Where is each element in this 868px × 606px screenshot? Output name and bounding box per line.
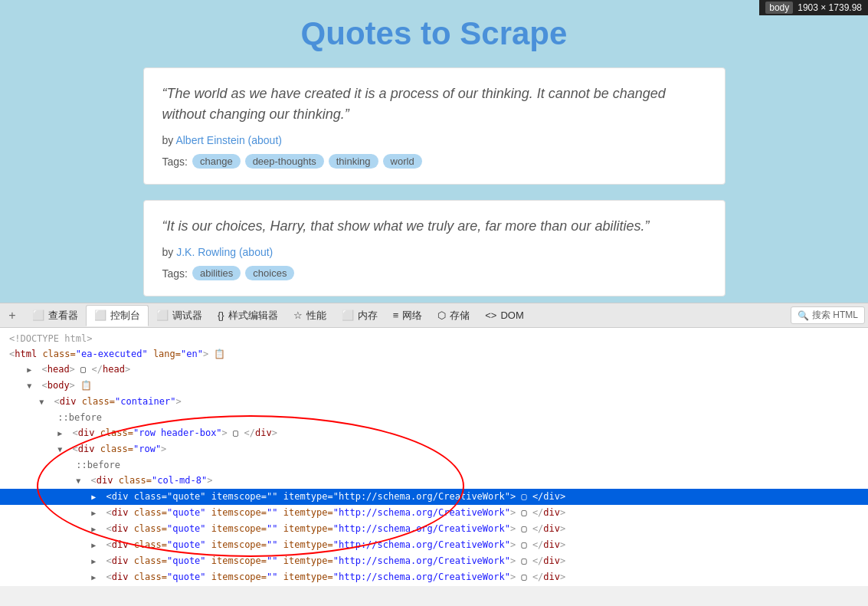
debugger-icon: ⬜ xyxy=(156,310,169,321)
element-label: body xyxy=(765,2,793,14)
storage-icon: ⬡ xyxy=(437,310,446,321)
html-line-quote-6[interactable]: ▶ <div class="quote" itemscope="" itemty… xyxy=(0,569,868,585)
quotes-area: “The world as we have created it is a pr… xyxy=(143,67,726,296)
html-line-quote-4[interactable]: ▶ <div class="quote" itemscope="" itemty… xyxy=(0,537,868,553)
html-line-quote-3[interactable]: ▶ <div class="quote" itemscope="" itemty… xyxy=(0,521,868,537)
tag-world[interactable]: world xyxy=(383,154,422,169)
devtools-panel: + ⬜ 查看器 ⬜ 控制台 ⬜ 调试器 {} 样式编辑器 ☆ 性能 ⬜ 内存 ≡… xyxy=(0,303,868,606)
devtools-tab-debugger[interactable]: ⬜ 调试器 xyxy=(149,306,210,326)
quote-card-2: “It is our choices, Harry, that show wha… xyxy=(143,200,726,296)
search-icon: 🔍 xyxy=(798,310,809,321)
tags-label-1: Tags: xyxy=(162,156,188,168)
tab-style-editor-label: 样式编辑器 xyxy=(228,309,278,323)
devtools-html-content: <!DOCTYPE html> <html class="ea-executed… xyxy=(0,328,868,586)
html-line-quote-2[interactable]: ▶ <div class="quote" itemscope="" itemty… xyxy=(0,505,868,521)
tab-network-label: 网络 xyxy=(402,309,422,323)
style-editor-icon: {} xyxy=(218,310,224,321)
network-icon: ≡ xyxy=(393,310,399,321)
quote-author-line-2: by J.K. Rowling (about) xyxy=(162,246,706,258)
html-line-doctype[interactable]: <!DOCTYPE html> xyxy=(0,331,868,346)
html-line-html[interactable]: <html class="ea-executed" lang="en"> 📋 xyxy=(0,346,868,362)
html-line-head[interactable]: ▶ <head> ▢ </head> xyxy=(0,362,868,378)
tab-inspector-label: 查看器 xyxy=(48,309,78,323)
tags-label-2: Tags: xyxy=(162,267,188,280)
tab-console-label: 控制台 xyxy=(110,309,140,323)
devtools-tab-network[interactable]: ≡ 网络 xyxy=(385,306,431,326)
quote-author-link-1[interactable]: Albert Einstein xyxy=(175,134,244,146)
quote-text-2: “It is our choices, Harry, that show wha… xyxy=(162,216,706,237)
performance-icon: ☆ xyxy=(293,310,303,321)
devtools-search[interactable]: 🔍 搜索 HTML xyxy=(791,306,865,324)
quote-author-link-2[interactable]: J.K. Rowling xyxy=(176,246,236,258)
tab-dom-label: DOM xyxy=(500,310,523,321)
tag-abilities[interactable]: abilities xyxy=(192,266,241,280)
tag-thinking[interactable]: thinking xyxy=(329,154,378,169)
html-line-row[interactable]: ▼ <div class="row"> xyxy=(0,441,868,457)
html-line-before-1[interactable]: ::before xyxy=(0,410,868,425)
devtools-tabs: + ⬜ 查看器 ⬜ 控制台 ⬜ 调试器 {} 样式编辑器 ☆ 性能 ⬜ 内存 ≡… xyxy=(0,303,868,328)
devtools-tab-console[interactable]: ⬜ 控制台 xyxy=(86,305,149,326)
html-line-quote-5[interactable]: ▶ <div class="quote" itemscope="" itemty… xyxy=(0,553,868,569)
page-title: Quotes to Scrape xyxy=(0,8,868,67)
html-line-header-box[interactable]: ▶ <div class="row header-box"> ▢ </div> xyxy=(0,425,868,441)
html-line-body[interactable]: ▼ <body> 📋 xyxy=(0,378,868,394)
inspector-icon: ⬜ xyxy=(32,310,44,321)
tab-storage-label: 存储 xyxy=(450,309,470,323)
devtools-tab-inspector[interactable]: ⬜ 查看器 xyxy=(25,306,86,326)
html-line-container[interactable]: ▼ <div class="container"> xyxy=(0,394,868,410)
html-line-quote-7[interactable]: ▶ <div class="quote" itemscope="" itemty… xyxy=(0,585,868,586)
tag-choices[interactable]: choices xyxy=(245,266,294,280)
html-line-before-2[interactable]: ::before xyxy=(0,457,868,473)
devtools-tab-memory[interactable]: ⬜ 内存 xyxy=(334,306,385,326)
quote-about-link-1[interactable]: (about) xyxy=(248,134,282,146)
quote-text-1: “The world as we have created it is a pr… xyxy=(162,84,706,125)
main-content: Quotes to Scrape “The world as we have c… xyxy=(0,0,868,296)
tab-performance-label: 性能 xyxy=(306,309,326,323)
element-dimensions: 1903 × 1739.98 xyxy=(798,2,862,13)
browser-info-bar: body 1903 × 1739.98 xyxy=(759,0,868,15)
html-line-col-md-8[interactable]: ▼ <div class="col-md-8"> xyxy=(0,473,868,489)
tab-memory-label: 内存 xyxy=(358,309,378,323)
console-icon: ⬜ xyxy=(94,310,106,321)
devtools-tab-performance[interactable]: ☆ 性能 xyxy=(286,306,334,326)
devtools-tab-storage[interactable]: ⬡ 存储 xyxy=(430,306,477,326)
quote-tags-1: Tags: change deep-thoughts thinking worl… xyxy=(162,154,706,169)
devtools-tab-style-editor[interactable]: {} 样式编辑器 xyxy=(210,306,286,326)
search-html-label: 搜索 HTML xyxy=(812,309,858,322)
tag-change[interactable]: change xyxy=(192,154,241,169)
tab-debugger-label: 调试器 xyxy=(172,309,202,323)
quote-about-link-2[interactable]: (about) xyxy=(239,246,273,258)
quote-card-1: “The world as we have created it is a pr… xyxy=(143,67,726,185)
devtools-tab-dom[interactable]: <> DOM xyxy=(477,306,532,324)
dom-icon: <> xyxy=(485,310,496,321)
devtools-add-tab[interactable]: + xyxy=(3,306,21,325)
quote-tags-2: Tags: abilities choices xyxy=(162,266,706,280)
tag-deep-thoughts[interactable]: deep-thoughts xyxy=(245,154,324,169)
memory-icon: ⬜ xyxy=(342,310,354,321)
quote-author-line-1: by Albert Einstein (about) xyxy=(162,134,706,146)
html-line-quote-1[interactable]: ▶ <div class="quote" itemscope="" itemty… xyxy=(0,489,868,505)
